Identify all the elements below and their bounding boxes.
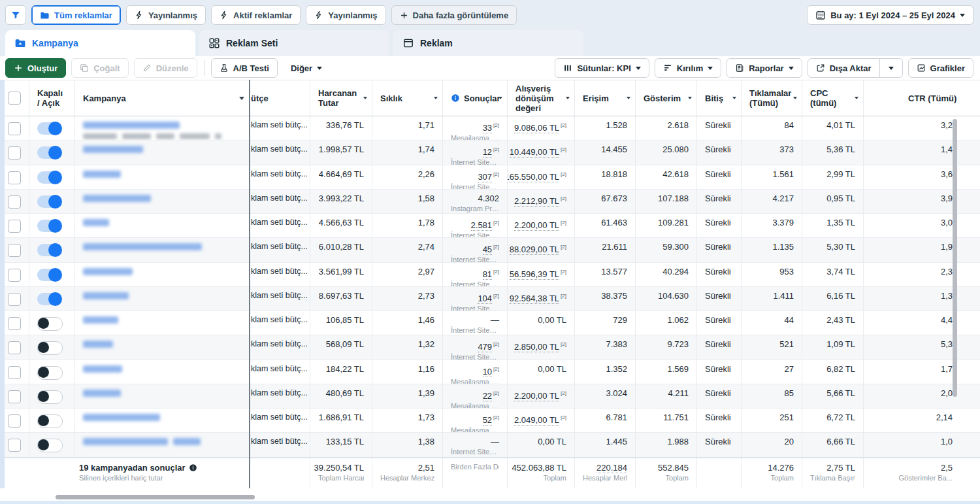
purchase-value-link[interactable]: 56.596,39 TL [510,269,559,280]
row-checkbox[interactable] [8,317,21,330]
campaign-name-redacted[interactable] [83,413,241,422]
row-checkbox[interactable] [8,293,21,306]
campaign-name-redacted[interactable] [83,316,241,324]
results-link[interactable]: 33 [483,123,492,133]
tab-reklam-seti[interactable]: Reklam Seti [199,30,389,56]
campaign-toggle[interactable] [37,341,63,355]
column-header-budget[interactable]: ütçe [250,80,310,116]
column-header-clicks[interactable]: Tıklamalar (Tümü) [742,80,802,116]
campaign-toggle[interactable] [37,317,63,331]
results-link[interactable]: 22 [483,391,492,401]
results-link[interactable]: 104 [478,294,492,304]
row-checkbox[interactable] [8,341,21,354]
column-header-frequency[interactable]: Sıklık [372,80,443,116]
campaign-name-redacted[interactable] [83,437,241,446]
campaign-name-redacted[interactable] [83,243,241,251]
horizontal-scrollbar[interactable] [56,495,255,499]
purchase-value-link[interactable]: 2.212,90 TL [514,196,559,207]
sort-caret-icon[interactable] [855,97,858,99]
column-header-cpc[interactable]: CPC (tümü) [802,80,864,116]
filter-chip-1[interactable]: Yayınlanmış [126,5,206,25]
filter-button[interactable] [5,5,26,25]
results-link[interactable]: 81 [483,269,492,280]
campaign-toggle[interactable] [37,366,63,380]
row-checkbox[interactable] [8,195,21,209]
more-actions-button[interactable]: Diğer [283,58,330,78]
create-button[interactable]: Oluştur [5,58,66,78]
column-header-reach[interactable]: Erişim [575,80,636,116]
column-header-spent[interactable]: Harcanan Tutar [310,80,372,116]
purchase-value-link[interactable]: 165.550,00 TL [508,172,559,182]
row-checkbox[interactable] [8,269,21,282]
purchase-value-link[interactable]: 9.086,06 TL [514,123,559,133]
column-header-end[interactable]: Bitiş [697,80,742,116]
sort-caret-icon[interactable] [566,97,570,99]
campaign-name-redacted[interactable] [83,340,241,348]
ab-test-button[interactable]: A/B Testi [211,58,278,78]
date-range-button[interactable]: Bu ay: 1 Eyl 2024 – 25 Eyl 2024 [807,5,973,25]
results-link[interactable]: 12 [483,147,492,158]
edit-button[interactable]: Düzenle [134,58,197,78]
tab-reklam[interactable]: Reklam [393,30,583,56]
sort-caret-icon[interactable] [239,97,244,100]
purchase-value-link[interactable]: 88.029,00 TL [510,244,559,255]
campaign-toggle[interactable] [37,146,61,159]
row-checkbox[interactable] [8,171,21,184]
filter-chip-0[interactable]: Tüm reklamlar [31,5,121,25]
results-link[interactable]: 307 [478,172,492,182]
campaign-name-redacted[interactable] [83,194,241,203]
campaign-toggle[interactable] [37,171,61,184]
campaign-name-redacted[interactable] [83,218,241,227]
sort-caret-icon[interactable] [793,97,797,99]
sort-caret-icon[interactable] [363,97,367,99]
row-checkbox[interactable] [8,390,21,403]
filter-chip-4[interactable]: Daha fazla görüntüleme [391,5,517,25]
filter-chip-2[interactable]: Aktif reklamlar [211,5,301,25]
campaign-toggle[interactable] [37,414,63,428]
row-checkbox[interactable] [8,122,21,135]
campaign-toggle[interactable] [37,439,63,452]
purchase-value-link[interactable]: 2.049,00 TL [514,415,559,426]
sort-caret-icon[interactable] [434,97,438,99]
campaign-toggle[interactable] [37,122,61,135]
campaign-toggle[interactable] [37,244,61,256]
campaign-name-redacted[interactable] [83,121,241,129]
campaign-name-redacted[interactable] [83,267,241,276]
campaign-name-redacted[interactable] [83,292,241,300]
row-checkbox[interactable] [8,146,21,160]
duplicate-button[interactable]: Çoğalt [71,58,128,78]
breakdown-button[interactable]: Kırılım [655,58,721,78]
export-button[interactable]: Dışa Aktar [808,58,880,78]
purchase-value-link[interactable]: 2.200,00 TL [514,220,559,231]
purchase-value-link[interactable]: 2.200,00 TL [514,391,559,401]
campaign-name-redacted[interactable] [83,145,241,154]
sort-caret-icon[interactable] [627,97,630,99]
campaign-toggle[interactable] [37,195,61,208]
purchase-value-link[interactable]: 2.850,00 TL [514,342,559,352]
column-header-ctr[interactable]: CTR (Tümü) [864,80,980,116]
purchase-value-link[interactable]: 10.449,00 TL [510,147,559,158]
frozen-column-divider[interactable] [249,80,250,488]
campaign-toggle[interactable] [37,293,61,305]
row-checkbox[interactable] [8,220,21,233]
results-link[interactable]: 45 [483,244,492,255]
row-checkbox[interactable] [8,414,21,428]
results-link[interactable]: 10 [483,367,492,377]
filter-chip-3[interactable]: Yayınlanmış [306,5,385,25]
summary-reach-link[interactable]: 220.184 [596,463,627,473]
column-header-impressions[interactable]: Gösterim [636,80,697,116]
campaign-name-redacted[interactable] [83,170,241,178]
campaign-toggle[interactable] [37,390,63,404]
select-all-checkbox[interactable] [8,92,21,105]
row-checkbox[interactable] [8,439,21,452]
purchase-value-link[interactable]: 92.564,38 TL [510,294,559,304]
column-header-results[interactable]: Sonuçlar [443,80,508,116]
reports-button[interactable]: Raporlar [727,58,802,78]
sort-caret-icon[interactable] [498,97,502,99]
column-header-toggle[interactable]: Kapalı / Açık [29,80,75,116]
columns-button[interactable]: Sütunlar: KPI [555,58,649,78]
row-checkbox[interactable] [8,244,21,257]
charts-button[interactable]: Grafikler [908,58,973,78]
column-header-campaign[interactable]: Kampanya [75,80,250,116]
campaign-toggle[interactable] [37,269,61,281]
